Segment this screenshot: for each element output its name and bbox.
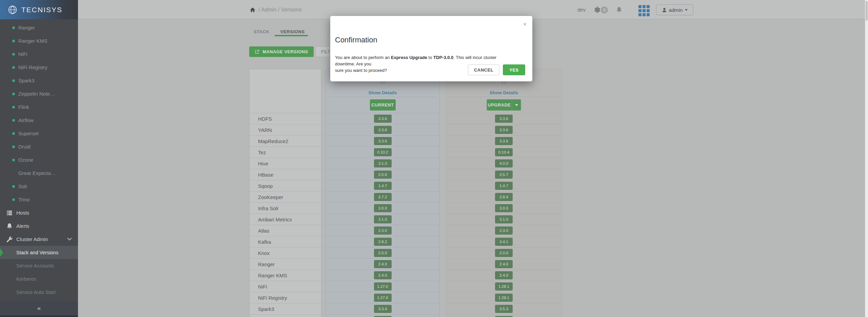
- app-window: / Admin / Versions dev 0 admin STACK VER…: [0, 0, 868, 317]
- message-bold-upgrade-type: Express Upgrade: [391, 55, 427, 60]
- yes-button[interactable]: YES: [503, 64, 525, 75]
- message-text: to: [427, 55, 433, 60]
- close-icon[interactable]: ×: [523, 21, 527, 27]
- confirmation-dialog: Confirmation × You are about to perform …: [330, 16, 532, 81]
- message-text: sure you want to proceed?: [335, 68, 387, 73]
- dialog-footer: CANCEL YES: [468, 64, 525, 75]
- dialog-title: Confirmation: [335, 36, 377, 44]
- message-bold-target-version: TDP-3.0.0: [433, 55, 453, 60]
- cancel-button[interactable]: CANCEL: [468, 64, 499, 75]
- message-text: You are about to perform an: [335, 55, 391, 60]
